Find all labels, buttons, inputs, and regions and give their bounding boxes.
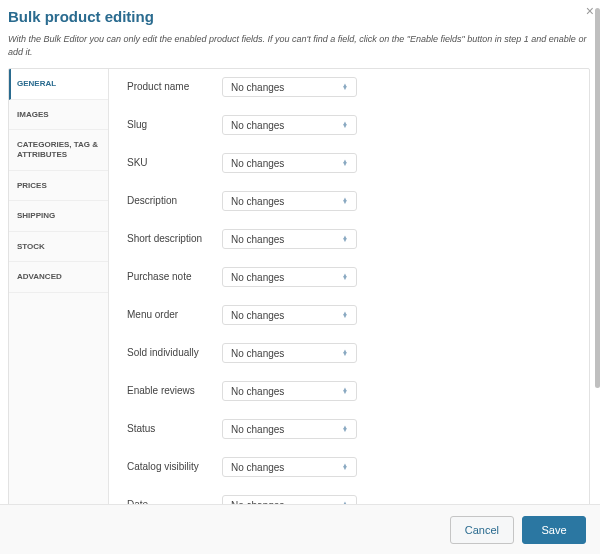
field-label: Sold individually [127, 347, 222, 359]
select-value: No changes [231, 234, 284, 245]
field-row: Status No changes ▲▼ [127, 419, 571, 439]
chevron-updown-icon: ▲▼ [342, 426, 348, 432]
tab-shipping[interactable]: SHIPPING [9, 201, 108, 232]
select-catalog-visibility[interactable]: No changes ▲▼ [222, 457, 357, 477]
select-value: No changes [231, 196, 284, 207]
chevron-updown-icon: ▲▼ [342, 122, 348, 128]
select-product-name[interactable]: No changes ▲▼ [222, 77, 357, 97]
field-label: Product name [127, 81, 222, 93]
chevron-updown-icon: ▲▼ [342, 350, 348, 356]
field-row: Menu order No changes ▲▼ [127, 305, 571, 325]
field-row: Sold individually No changes ▲▼ [127, 343, 571, 363]
tab-stock[interactable]: STOCK [9, 232, 108, 263]
field-label: SKU [127, 157, 222, 169]
select-value: No changes [231, 158, 284, 169]
tab-images[interactable]: IMAGES [9, 100, 108, 131]
select-purchase-note[interactable]: No changes ▲▼ [222, 267, 357, 287]
page-title: Bulk product editing [8, 8, 590, 25]
tab-advanced[interactable]: ADVANCED [9, 262, 108, 293]
tabs: GENERAL IMAGES CATEGORIES, TAG & ATTRIBU… [9, 69, 109, 517]
close-icon[interactable]: × [586, 4, 594, 18]
select-value: No changes [231, 82, 284, 93]
select-value: No changes [231, 462, 284, 473]
tab-prices[interactable]: PRICES [9, 171, 108, 202]
select-slug[interactable]: No changes ▲▼ [222, 115, 357, 135]
select-value: No changes [231, 424, 284, 435]
field-label: Enable reviews [127, 385, 222, 397]
field-row: Product name No changes ▲▼ [127, 77, 571, 97]
field-label: Short description [127, 233, 222, 245]
field-label: Purchase note [127, 271, 222, 283]
field-row: Catalog visibility No changes ▲▼ [127, 457, 571, 477]
chevron-updown-icon: ▲▼ [342, 84, 348, 90]
select-menu-order[interactable]: No changes ▲▼ [222, 305, 357, 325]
field-label: Slug [127, 119, 222, 131]
field-row: Short description No changes ▲▼ [127, 229, 571, 249]
select-value: No changes [231, 272, 284, 283]
tab-general[interactable]: GENERAL [9, 69, 108, 100]
select-sku[interactable]: No changes ▲▼ [222, 153, 357, 173]
page-subtitle: With the Bulk Editor you can only edit t… [8, 33, 590, 58]
field-label: Description [127, 195, 222, 207]
select-value: No changes [231, 120, 284, 131]
field-row: Description No changes ▲▼ [127, 191, 571, 211]
chevron-updown-icon: ▲▼ [342, 160, 348, 166]
select-enable-reviews[interactable]: No changes ▲▼ [222, 381, 357, 401]
bulk-edit-modal: Bulk product editing With the Bulk Edito… [0, 0, 600, 518]
select-value: No changes [231, 348, 284, 359]
cancel-button[interactable]: Cancel [450, 516, 514, 544]
select-value: No changes [231, 386, 284, 397]
tab-categories[interactable]: CATEGORIES, TAG & ATTRIBUTES [9, 130, 108, 170]
select-description[interactable]: No changes ▲▼ [222, 191, 357, 211]
field-row: Enable reviews No changes ▲▼ [127, 381, 571, 401]
field-row: SKU No changes ▲▼ [127, 153, 571, 173]
select-status[interactable]: No changes ▲▼ [222, 419, 357, 439]
field-label: Status [127, 423, 222, 435]
chevron-updown-icon: ▲▼ [342, 388, 348, 394]
panel: GENERAL IMAGES CATEGORIES, TAG & ATTRIBU… [8, 68, 590, 518]
tab-content: Product name No changes ▲▼ Slug No chang… [109, 69, 589, 517]
chevron-updown-icon: ▲▼ [342, 198, 348, 204]
save-button[interactable]: Save [522, 516, 586, 544]
field-row: Purchase note No changes ▲▼ [127, 267, 571, 287]
select-sold-individually[interactable]: No changes ▲▼ [222, 343, 357, 363]
select-value: No changes [231, 310, 284, 321]
chevron-updown-icon: ▲▼ [342, 464, 348, 470]
chevron-updown-icon: ▲▼ [342, 312, 348, 318]
footer: Cancel Save [0, 504, 600, 554]
chevron-updown-icon: ▲▼ [342, 274, 348, 280]
chevron-updown-icon: ▲▼ [342, 236, 348, 242]
field-label: Menu order [127, 309, 222, 321]
select-short-description[interactable]: No changes ▲▼ [222, 229, 357, 249]
field-row: Slug No changes ▲▼ [127, 115, 571, 135]
field-label: Catalog visibility [127, 461, 222, 473]
scrollbar[interactable] [595, 8, 600, 388]
